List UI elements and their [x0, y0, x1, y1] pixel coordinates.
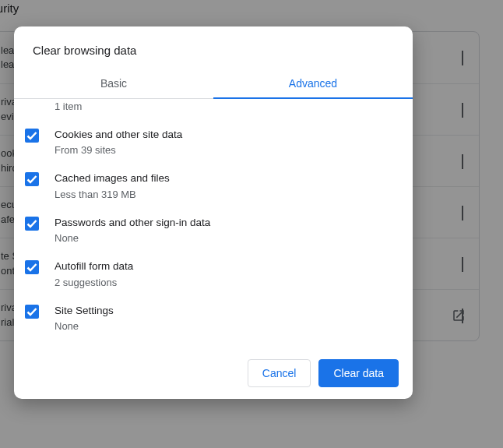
checkbox-checked-icon[interactable] — [25, 305, 39, 319]
option-subtitle: None — [55, 320, 394, 332]
option-title: Passwords and other sign-in data — [55, 216, 394, 230]
clear-data-option[interactable]: Site SettingsNone — [14, 296, 413, 340]
clear-browsing-data-dialog: Clear browsing data Basic Advanced Downl… — [14, 26, 413, 399]
option-text: Cached images and filesLess than 319 MB — [55, 171, 394, 200]
clear-data-option[interactable]: Hosted app data1 app (Web Store) — [14, 340, 413, 347]
tab-advanced[interactable]: Advanced — [213, 68, 413, 98]
option-text: Site SettingsNone — [55, 304, 394, 333]
clear-data-option[interactable]: Cookies and other site dataFrom 39 sites — [14, 120, 413, 164]
option-text: Passwords and other sign-in dataNone — [55, 216, 394, 245]
clear-data-option[interactable]: Cached images and filesLess than 319 MB — [14, 164, 413, 208]
option-subtitle: 2 suggestions — [55, 277, 394, 288]
option-subtitle: 1 item — [55, 101, 394, 112]
option-text: Cookies and other site dataFrom 39 sites — [55, 128, 394, 157]
option-text: Download history1 item — [55, 99, 394, 112]
checkbox-checked-icon[interactable] — [25, 260, 39, 274]
option-subtitle: Less than 319 MB — [55, 189, 394, 200]
tab-basic[interactable]: Basic — [14, 68, 213, 98]
checkbox-checked-icon[interactable] — [25, 129, 39, 143]
checkbox-checked-icon[interactable] — [25, 172, 39, 186]
option-title: Autofill form data — [55, 259, 394, 273]
option-title: Cookies and other site data — [55, 128, 394, 142]
clear-data-option[interactable]: Passwords and other sign-in dataNone — [14, 208, 413, 252]
option-subtitle: From 39 sites — [55, 144, 394, 156]
dialog-actions: Cancel Clear data — [14, 347, 413, 399]
clear-data-option[interactable]: Download history1 item — [14, 99, 413, 120]
option-text: Autofill form data2 suggestions — [55, 259, 394, 288]
option-subtitle: None — [55, 232, 394, 244]
cancel-button[interactable]: Cancel — [248, 359, 311, 387]
option-title: Cached images and files — [55, 171, 394, 185]
dialog-tabs: Basic Advanced — [14, 68, 413, 99]
options-scroll-area[interactable]: Download history1 itemCookies and other … — [14, 99, 413, 347]
option-title: Site Settings — [55, 304, 394, 318]
dialog-title: Clear browsing data — [14, 26, 413, 68]
checkbox-checked-icon[interactable] — [25, 217, 39, 231]
clear-data-option[interactable]: Autofill form data2 suggestions — [14, 252, 413, 296]
clear-data-button[interactable]: Clear data — [318, 359, 399, 387]
